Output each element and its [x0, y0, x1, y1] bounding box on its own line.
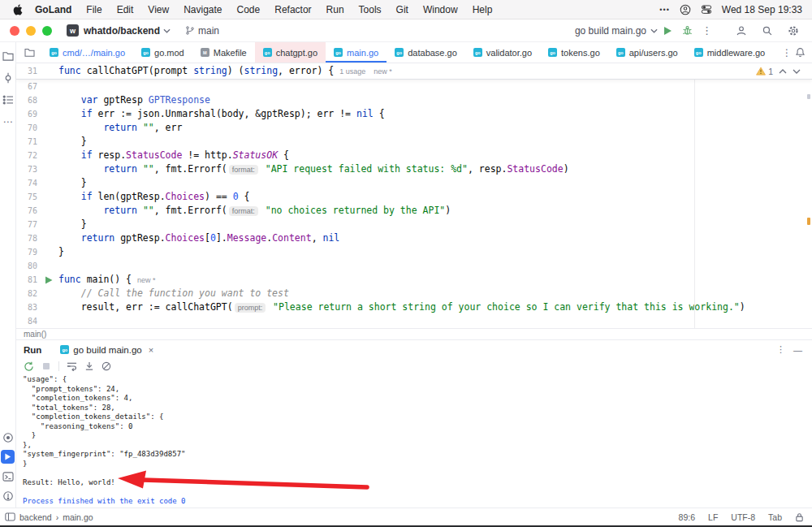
- profile-icon[interactable]: [731, 25, 752, 37]
- structure-tool-icon[interactable]: [1, 93, 15, 106]
- menubar-clock[interactable]: Wed 18 Sep 19:33: [722, 4, 802, 15]
- apple-logo-icon[interactable]: [8, 4, 28, 15]
- menu-window[interactable]: Window: [416, 4, 465, 15]
- code-line-75[interactable]: 75 if len(gptResp.Choices) == 0 {: [16, 190, 812, 204]
- tab-api-users-go[interactable]: goapi/users.go: [608, 42, 686, 63]
- code-token: "": [143, 163, 154, 175]
- code-line-73[interactable]: 73 return "", fmt.Errorf(format: "API re…: [16, 162, 812, 176]
- breadcrumb[interactable]: main(): [16, 328, 812, 339]
- debug-button[interactable]: [677, 25, 698, 36]
- run-button[interactable]: [658, 26, 677, 36]
- services-tool-icon[interactable]: [1, 430, 15, 444]
- code-line-80[interactable]: 80: [16, 259, 812, 273]
- statusbar-project[interactable]: backend: [19, 512, 52, 522]
- tab-chatgpt-go[interactable]: gochatgpt.go: [255, 42, 326, 63]
- run-tool-window-title[interactable]: Run: [16, 345, 53, 355]
- warning-badge[interactable]: 1: [756, 67, 773, 76]
- account-icon[interactable]: [680, 4, 691, 15]
- close-window-button[interactable]: [10, 26, 19, 36]
- run-console[interactable]: "usage": { "prompt_tokens": 24, "complet…: [16, 374, 812, 508]
- code-line-72[interactable]: 72 if resp.StatusCode != http.StatusOK {: [16, 149, 812, 162]
- select-in-project-icon[interactable]: [16, 42, 41, 63]
- control-center-icon[interactable]: [701, 4, 712, 15]
- project-tool-icon[interactable]: [1, 49, 15, 63]
- code-editor[interactable]: 6768 var gptResp GPTResponse69 if err :=…: [16, 80, 812, 328]
- run-panel-options-icon[interactable]: ⋮: [776, 344, 785, 355]
- code-line-74[interactable]: 74 }: [16, 176, 812, 190]
- code-line-82[interactable]: 82 // Call the function you want to test: [16, 287, 812, 300]
- statusbar-indent-style[interactable]: Tab: [768, 512, 782, 522]
- prev-problem-icon[interactable]: [779, 69, 787, 74]
- menu-goland[interactable]: GoLand: [28, 4, 79, 15]
- tabs-more-icon[interactable]: ⋮: [782, 47, 792, 58]
- tab-middleware-go[interactable]: gomiddleware.go: [686, 42, 774, 63]
- settings-gear-icon[interactable]: [783, 25, 804, 37]
- code-line-77[interactable]: 77 }: [16, 218, 812, 231]
- run-tab[interactable]: go go build main.go ×: [53, 340, 161, 359]
- soft-wrap-icon[interactable]: [67, 361, 77, 371]
- menu-refactor[interactable]: Refactor: [267, 4, 318, 15]
- statusbar-caret-position[interactable]: 89:6: [679, 512, 695, 522]
- clear-console-icon[interactable]: [102, 361, 111, 371]
- lock-icon[interactable]: [795, 512, 804, 522]
- scrollbar-mark[interactable]: [807, 94, 810, 99]
- scrollbar-warning-mark[interactable]: [807, 218, 810, 225]
- hide-tool-window-icon[interactable]: —: [793, 345, 802, 355]
- code-line-69[interactable]: 69 if err := json.Unmarshal(body, &gptRe…: [16, 107, 812, 121]
- terminal-tool-icon[interactable]: [1, 469, 15, 483]
- code-line-81[interactable]: 81func main() { new *: [16, 273, 812, 287]
- problems-tool-icon[interactable]: [1, 489, 15, 503]
- inspections-widget[interactable]: 1: [756, 67, 812, 76]
- code-line-78[interactable]: 78 return gptResp.Choices[0].Message.Con…: [16, 231, 812, 245]
- more-actions-icon[interactable]: ⋮: [698, 24, 716, 37]
- run-config-widget[interactable]: go build main.go: [575, 25, 658, 37]
- run-tool-icon[interactable]: [1, 450, 15, 464]
- zoom-window-button[interactable]: [42, 26, 52, 36]
- menu-edit[interactable]: Edit: [110, 4, 141, 15]
- commit-tool-icon[interactable]: [1, 71, 15, 84]
- menu-navigate[interactable]: Navigate: [176, 4, 229, 15]
- menu-run[interactable]: Run: [319, 4, 352, 15]
- ellipsis-icon[interactable]: •••: [659, 6, 669, 14]
- minimize-window-button[interactable]: [26, 26, 36, 36]
- tab-tokens-go[interactable]: gotokens.go: [540, 42, 608, 63]
- menu-view[interactable]: View: [140, 4, 176, 15]
- statusbar-file[interactable]: main.go: [63, 512, 93, 522]
- project-icon[interactable]: w: [67, 24, 79, 37]
- tab-go-mod[interactable]: gogo.mod: [133, 42, 192, 63]
- menu-git[interactable]: Git: [389, 4, 416, 15]
- code-line-76[interactable]: 76 return "", fmt.Errorf(format: "no cho…: [16, 204, 812, 218]
- tab-cmd-main-go[interactable]: gocmd/…/main.go: [41, 42, 133, 63]
- rerun-icon[interactable]: [24, 361, 34, 372]
- code-line-67[interactable]: 67: [16, 80, 812, 93]
- project-widget[interactable]: whatdo/backend: [84, 25, 160, 37]
- search-icon[interactable]: [757, 25, 778, 37]
- stop-icon[interactable]: [41, 361, 51, 371]
- more-tool-windows-icon[interactable]: ⋯: [1, 114, 15, 128]
- next-problem-icon[interactable]: [793, 69, 801, 74]
- layout-icon[interactable]: [5, 512, 15, 521]
- close-icon[interactable]: ×: [149, 345, 153, 355]
- menu-code[interactable]: Code: [230, 4, 268, 15]
- branch-widget[interactable]: main: [185, 25, 219, 37]
- code-token: nil: [323, 232, 340, 244]
- tab-makefile[interactable]: MMakefile: [192, 42, 255, 63]
- code-line-71[interactable]: 71 }: [16, 135, 812, 149]
- code-line-79[interactable]: 79}: [16, 245, 812, 259]
- code-line-83[interactable]: 83 result, err := callChatGPT(prompt: "P…: [16, 300, 812, 314]
- menu-help[interactable]: Help: [465, 4, 500, 15]
- run-toolbar: [16, 359, 812, 374]
- tab-validator-go[interactable]: govalidator.go: [465, 42, 540, 63]
- code-line-84[interactable]: 84: [16, 314, 812, 328]
- statusbar-encoding[interactable]: UTF-8: [731, 512, 755, 522]
- statusbar-line-separator[interactable]: LF: [708, 512, 718, 522]
- code-line-70[interactable]: 70 return "", err: [16, 121, 812, 135]
- scroll-to-end-icon[interactable]: [84, 361, 94, 371]
- run-line-icon[interactable]: [45, 276, 53, 284]
- code-line-68[interactable]: 68 var gptResp GPTResponse: [16, 93, 812, 107]
- notifications-bell-icon[interactable]: [795, 47, 806, 58]
- tab-database-go[interactable]: godatabase.go: [387, 42, 465, 63]
- tab-main-go[interactable]: gomain.go: [326, 42, 387, 63]
- menu-file[interactable]: File: [79, 4, 109, 15]
- menu-tools[interactable]: Tools: [352, 4, 389, 15]
